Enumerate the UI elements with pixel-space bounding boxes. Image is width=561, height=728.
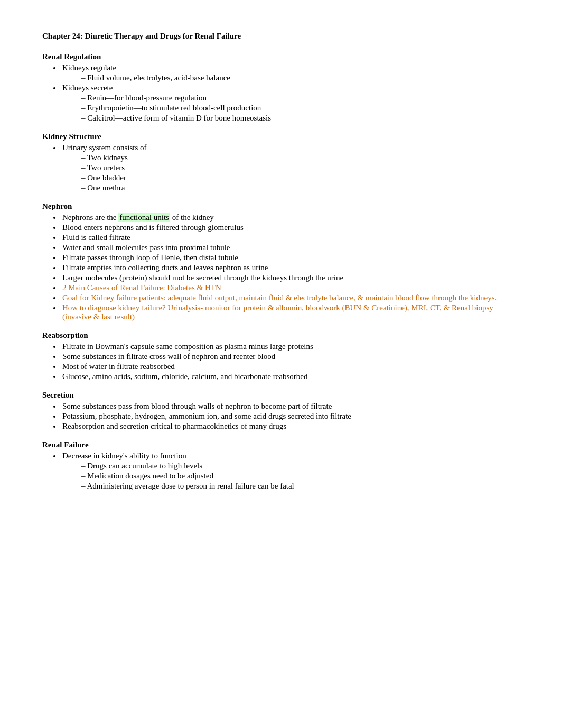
section-renal-regulation: Renal Regulation Kidneys regulate Fluid … (42, 52, 519, 123)
item-text: Kidneys secrete (62, 84, 113, 92)
list-item: Some substances in filtrate cross wall o… (61, 352, 519, 361)
item-text: Some substances pass from blood through … (62, 402, 332, 410)
list-item: Medication dosages need to be adjusted (81, 472, 519, 481)
item-text: Filtrate in Bowman's capsule same compos… (62, 342, 313, 351)
item-text: Water and small molecules pass into prox… (62, 243, 230, 252)
item-text: Drugs can accumulate to high levels (87, 462, 202, 470)
section-kidney-structure: Kidney Structure Urinary system consists… (42, 132, 519, 192)
item-text: Kidneys regulate (62, 63, 116, 72)
list-item: Some substances pass from blood through … (61, 402, 519, 411)
list-item: Kidneys regulate Fluid volume, electroly… (61, 63, 519, 82)
item-text: Most of water in filtrate reabsorbed (62, 362, 175, 371)
list-item: Urinary system consists of Two kidneys T… (61, 143, 519, 192)
list-item: One urethra (81, 183, 519, 192)
renal-regulation-list: Kidneys regulate Fluid volume, electroly… (61, 63, 519, 123)
list-item: Filtrate passes through loop of Henle, t… (61, 253, 519, 262)
section-heading-renal-regulation: Renal Regulation (42, 52, 519, 61)
item-text: Erythropoietin—to stimulate red blood-ce… (87, 104, 261, 112)
item-text: Calcitrol—active form of vitamin D for b… (87, 114, 271, 122)
item-text: One bladder (87, 173, 126, 182)
item-text: Decrease in kidney's ability to function (62, 451, 186, 460)
item-text: Renin—for blood-pressure regulation (87, 94, 207, 102)
list-item: Filtrate empties into collecting ducts a… (61, 263, 519, 272)
sub-list: Renin—for blood-pressure regulation Eryt… (81, 94, 519, 123)
section-heading-nephron: Nephron (42, 202, 519, 211)
list-item: Erythropoietin—to stimulate red blood-ce… (81, 104, 519, 113)
item-text: Filtrate empties into collecting ducts a… (62, 263, 268, 272)
section-heading-reabsorption: Reabsorption (42, 331, 519, 340)
list-item: Kidneys secrete Renin—for blood-pressure… (61, 84, 519, 123)
section-nephron: Nephron Nephrons are the functional unit… (42, 202, 519, 321)
list-item: Two kidneys (81, 153, 519, 162)
list-item: Two ureters (81, 163, 519, 172)
renal-failure-list: Decrease in kidney's ability to function… (61, 451, 519, 491)
item-text: Medication dosages need to be adjusted (87, 472, 213, 480)
list-item: Water and small molecules pass into prox… (61, 243, 519, 252)
list-item: Blood enters nephrons and is filtered th… (61, 223, 519, 232)
item-text: Glucose, amino acids, sodium, chloride, … (62, 372, 307, 381)
section-heading-secretion: Secretion (42, 391, 519, 400)
list-item: Drugs can accumulate to high levels (81, 462, 519, 471)
secretion-list: Some substances pass from blood through … (61, 402, 519, 431)
item-text: Two ureters (87, 163, 125, 172)
section-reabsorption: Reabsorption Filtrate in Bowman's capsul… (42, 331, 519, 381)
list-item: Larger molecules (protein) should mot be… (61, 273, 519, 282)
sub-list: Two kidneys Two ureters One bladder One … (81, 153, 519, 192)
item-text: Nephrons are the (62, 213, 118, 222)
list-item-orange-3: How to diagnose kidney failure? Urinalys… (61, 303, 519, 321)
item-text: Administering average dose to person in … (87, 482, 294, 490)
list-item: Glucose, amino acids, sodium, chloride, … (61, 372, 519, 381)
list-item: Fluid volume, electrolytes, acid-base ba… (81, 73, 519, 82)
item-text: Goal for Kidney failure patients: adequa… (62, 293, 497, 302)
page-title: Chapter 24: Diuretic Therapy and Drugs f… (42, 32, 519, 41)
section-heading-kidney-structure: Kidney Structure (42, 132, 519, 141)
item-text: Reabsorption and secretion critical to p… (62, 422, 286, 430)
item-text: Filtrate passes through loop of Henle, t… (62, 253, 238, 262)
list-item: Administering average dose to person in … (81, 482, 519, 491)
item-text: Fluid volume, electrolytes, acid-base ba… (87, 73, 230, 82)
list-item: Most of water in filtrate reabsorbed (61, 362, 519, 371)
item-text: Larger molecules (protein) should mot be… (62, 273, 343, 282)
item-text-after: of the kidney (170, 213, 214, 222)
section-heading-renal-failure: Renal Failure (42, 440, 519, 449)
list-item-orange-1: 2 Main Causes of Renal Failure: Diabetes… (61, 283, 519, 292)
list-item: Nephrons are the functional units of the… (61, 213, 519, 222)
list-item: Renin—for blood-pressure regulation (81, 94, 519, 103)
item-text: Blood enters nephrons and is filtered th… (62, 223, 244, 232)
list-item: Potassium, phosphate, hydrogen, ammonium… (61, 412, 519, 421)
list-item: One bladder (81, 173, 519, 182)
list-item: Reabsorption and secretion critical to p… (61, 422, 519, 431)
functional-units-highlight: functional units (118, 213, 170, 222)
item-text: 2 Main Causes of Renal Failure: Diabetes… (62, 283, 221, 292)
item-text: Some substances in filtrate cross wall o… (62, 352, 275, 361)
kidney-structure-list: Urinary system consists of Two kidneys T… (61, 143, 519, 192)
list-item: Decrease in kidney's ability to function… (61, 451, 519, 491)
reabsorption-list: Filtrate in Bowman's capsule same compos… (61, 342, 519, 381)
item-text: Urinary system consists of (62, 143, 147, 152)
item-text: One urethra (87, 183, 125, 192)
sub-list: Drugs can accumulate to high levels Medi… (81, 462, 519, 491)
item-text: Two kidneys (87, 153, 128, 162)
item-text: How to diagnose kidney failure? Urinalys… (62, 303, 493, 321)
page-container: Chapter 24: Diuretic Therapy and Drugs f… (42, 32, 519, 491)
nephron-list: Nephrons are the functional units of the… (61, 213, 519, 321)
list-item: Fluid is called filtrate (61, 233, 519, 242)
list-item: Calcitrol—active form of vitamin D for b… (81, 114, 519, 123)
sub-list: Fluid volume, electrolytes, acid-base ba… (81, 73, 519, 82)
item-text: Fluid is called filtrate (62, 233, 130, 242)
item-text: Potassium, phosphate, hydrogen, ammonium… (62, 412, 351, 420)
section-secretion: Secretion Some substances pass from bloo… (42, 391, 519, 431)
list-item: Filtrate in Bowman's capsule same compos… (61, 342, 519, 351)
section-renal-failure: Renal Failure Decrease in kidney's abili… (42, 440, 519, 491)
list-item-orange-2: Goal for Kidney failure patients: adequa… (61, 293, 519, 302)
